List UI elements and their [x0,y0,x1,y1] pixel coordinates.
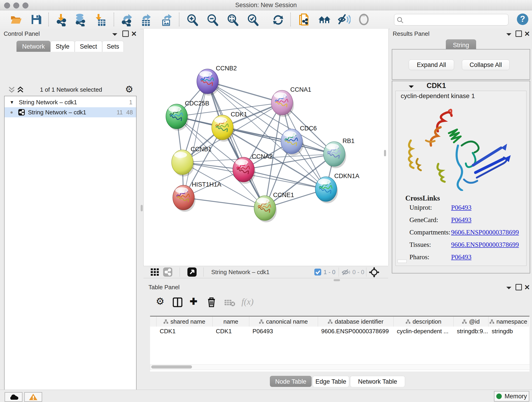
add-column-icon[interactable]: ✚ [190,296,197,307]
export-network-icon[interactable] [121,13,134,26]
float-panel-icon[interactable] [515,284,522,290]
column-type-icon [406,319,410,324]
selected-checkbox-icon[interactable] [314,269,321,275]
network-graph[interactable]: CCNB2CCNA1CDC25BCDK1CDC6RB1CCNB1CCNA2CDK… [144,29,388,266]
zoom-in-icon[interactable] [186,13,199,26]
tab-edge-table[interactable]: Edge Table [312,376,349,387]
node-CCNA1[interactable]: CCNA1 [271,86,311,117]
table-cell[interactable]: 9606.ENSP00000378699 [318,327,394,336]
network-row[interactable]: ● String Network – cdk1 11 48 [5,107,136,117]
crosslink-link[interactable]: P06493 [451,204,472,211]
expander-icon[interactable]: ▼ [10,97,14,107]
search-box[interactable] [394,14,508,26]
warning-button[interactable] [24,392,42,402]
crosslink-link[interactable]: P06493 [451,253,472,261]
table-cell[interactable]: stringdb [488,327,529,336]
zoom-out-icon[interactable] [206,13,219,26]
tab-network[interactable]: Network [17,41,51,52]
edge-CCNB2-HIST1H1A[interactable] [184,81,208,198]
table-cell[interactable]: stringdb:9... [454,327,488,336]
collapse-all-chevron-icon[interactable] [8,86,15,94]
panel-menu-icon[interactable] [506,32,512,36]
birdseye-view-icon[interactable] [187,268,196,277]
pan-crosshair-icon[interactable] [369,267,380,278]
crosslink-link[interactable]: 9606.ENSP00000378699 [451,229,519,236]
expand-all-button[interactable]: Expand All [409,60,454,70]
table-hscrollbar[interactable] [150,364,530,370]
table-cell[interactable]: P06493 [249,327,318,336]
column-header-label: @id [469,318,480,325]
network-collection-row[interactable]: ▼ String Network – cdk1 1 [5,97,136,107]
node-HIST1H1A[interactable]: HIST1H1A [173,181,221,212]
export-table-icon[interactable] [140,13,152,26]
tab-string[interactable]: String [446,39,476,51]
column-header[interactable]: @id [454,317,488,327]
node-RB1[interactable]: RB1 [323,138,355,168]
node-CDC6[interactable]: CDC6 [281,125,317,156]
panel-menu-icon[interactable] [112,32,118,36]
hide-unhide-icon[interactable] [337,13,351,26]
table-cell[interactable]: CDK1 [157,327,213,336]
edge-CCNA2-CDKN1A[interactable] [244,170,326,189]
node-CCNE1[interactable]: CCNE1 [254,191,294,222]
column-header[interactable]: description [394,317,454,327]
crosslink-link[interactable]: P06493 [451,216,472,224]
table-cell[interactable]: cyclin-dependent ... [394,327,454,336]
export-image-icon[interactable] [160,13,173,26]
float-panel-icon[interactable] [122,31,129,37]
gear-icon[interactable]: ⚙ [125,84,133,95]
zoom-selected-icon[interactable] [247,13,259,26]
refresh-icon[interactable] [272,13,285,26]
import-network-icon[interactable] [56,13,68,26]
node-CCNB2[interactable]: CCNB2 [197,65,237,96]
horizontal-splitter-handle[interactable] [334,279,340,281]
zoom-fit-icon[interactable] [226,13,239,26]
homes-icon[interactable] [317,13,331,26]
close-panel-icon[interactable]: ✕ [524,283,530,291]
import-database-icon[interactable] [74,13,87,26]
edge-CCNB2-CCNE1[interactable] [208,81,265,208]
open-session-icon[interactable] [10,13,22,26]
tab-select[interactable]: Select [75,41,102,52]
tab-network-table[interactable]: Network Table [350,376,405,387]
memory-button[interactable]: Memory [494,391,529,402]
crosslink-link[interactable]: 9606.ENSP00000378699 [451,241,519,249]
edge-HIST1H1A-CCNE1[interactable] [184,198,265,208]
grid-view-icon[interactable] [151,268,160,276]
panel-menu-icon[interactable] [506,286,512,290]
right-splitter-handle[interactable] [384,150,386,156]
column-header[interactable]: canonical name [249,317,318,327]
network-view-icon[interactable] [163,268,172,277]
protein-description: cyclin-dependent kinase 1 [401,92,475,100]
collapse-all-button[interactable]: Collapse All [462,60,510,70]
table-settings-gear-icon[interactable]: ⚙ [156,296,165,307]
tab-node-table[interactable]: Node Table [270,376,312,387]
node-CDC25B[interactable]: CDC25B [166,100,209,131]
import-table-icon[interactable] [94,13,106,26]
collapse-section-icon[interactable] [408,85,414,89]
left-splitter-handle[interactable] [141,205,143,211]
table-hscrollbar-thumb[interactable] [151,365,192,369]
column-header[interactable]: name [213,317,249,327]
network-canvas[interactable]: CCNB2CCNA1CDC25BCDK1CDC6RB1CCNB1CCNA2CDK… [143,29,389,266]
tab-sets[interactable]: Sets [102,41,124,52]
expand-all-chevron-icon[interactable] [17,86,24,94]
show-columns-icon[interactable] [173,298,182,307]
edge-CDK1-RB1[interactable] [222,128,334,154]
tab-style[interactable]: Style [51,41,75,52]
float-panel-icon[interactable] [515,31,522,37]
close-panel-icon[interactable]: ✕ [524,30,530,38]
cloud-button[interactable] [5,392,22,402]
column-header[interactable]: database identifier [318,317,394,327]
column-header[interactable]: shared name [157,317,213,327]
table-cell[interactable]: CDK1 [213,327,249,336]
column-header[interactable]: namespace [488,317,529,327]
search-input[interactable] [405,16,505,23]
node-CDKN1A[interactable]: CDKN1A [315,172,360,203]
save-session-icon[interactable] [30,13,42,26]
share-file-icon[interactable] [298,13,311,26]
help-icon[interactable]: ? [516,13,529,25]
close-panel-icon[interactable]: ✕ [131,30,137,38]
delete-column-trash-icon[interactable] [207,297,216,307]
node-table[interactable]: shared namenamecanonical namedatabase id… [150,316,530,371]
